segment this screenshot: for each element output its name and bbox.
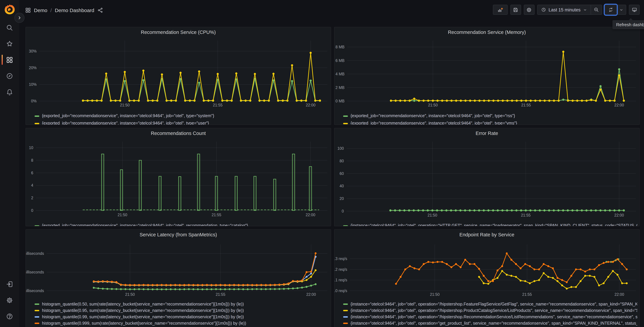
clock-icon	[541, 7, 546, 12]
data-point	[170, 288, 172, 290]
share-button[interactable]	[97, 7, 103, 13]
data-point	[626, 282, 628, 284]
x-axis-label: 21:50	[430, 292, 440, 296]
data-point	[156, 288, 158, 290]
legend-item[interactable]: {instance="otelcol:9464", job="otel", op…	[343, 222, 637, 226]
data-point	[455, 100, 457, 102]
x-axis-label: 21:50	[428, 213, 437, 218]
sidebar-item-search[interactable]	[0, 21, 19, 34]
data-point	[306, 286, 308, 288]
data-point	[478, 100, 480, 102]
data-point	[263, 100, 265, 102]
data-point	[556, 277, 558, 279]
data-point	[566, 288, 568, 290]
panel-cpu: Recommendation Service (CPU%)30%20%10%0%…	[26, 27, 331, 125]
legend-item[interactable]: {instance="otelcol:9464", job="otel", op…	[343, 301, 637, 307]
legend-item[interactable]: histogram_quantile(0.50, sum(rate(latenc…	[34, 301, 329, 307]
sidebar-item-explore[interactable]	[0, 69, 19, 82]
sidebar-item-help[interactable]	[0, 310, 19, 323]
data-point	[206, 284, 208, 286]
save-dashboard-button[interactable]	[510, 5, 521, 15]
data-point	[417, 209, 420, 212]
legend-item[interactable]: {exported_job="recommendationservice", i…	[343, 112, 637, 120]
y-axis-label: 8	[31, 158, 33, 162]
breadcrumb-separator: /	[50, 7, 52, 13]
data-point	[282, 100, 284, 102]
data-point	[238, 284, 240, 286]
refresh-interval-dropdown[interactable]	[617, 5, 626, 14]
legend-item[interactable]: {exported_job="recommendationservice", i…	[34, 222, 329, 226]
grafana-logo[interactable]	[4, 4, 16, 16]
y-axis-label: 0	[342, 209, 344, 213]
data-point	[422, 209, 424, 212]
legend-item[interactable]: histogram_quantile(0.95, sum(rate(latenc…	[34, 307, 329, 314]
y-axis-label: 2 MB	[336, 86, 344, 90]
sidebar-item-favorites[interactable]	[0, 37, 19, 50]
chart-canvas[interactable]: 10080604020021:5021:5522:00	[334, 128, 640, 226]
data-point	[609, 209, 611, 212]
panel-memory: Recommendation Service (Memory)8 MB6 MB4…	[334, 27, 640, 125]
data-point	[557, 209, 560, 212]
data-point	[138, 100, 140, 102]
legend-item[interactable]: histogram_quantile(0.99, sum(rate(latenc…	[34, 314, 329, 320]
chart-canvas[interactable]: 8 MB6 MB4 MB2 MB0 MB21:5021:5522:00	[334, 27, 640, 125]
breadcrumb: Demo / Demo Dashboard	[25, 5, 103, 15]
data-point	[418, 268, 420, 270]
data-point	[469, 100, 471, 102]
data-point	[501, 209, 504, 212]
data-point	[538, 279, 540, 281]
y-axis-label: 0.1 req/s	[334, 278, 347, 282]
sidebar-item-configuration[interactable]	[0, 294, 19, 307]
data-point	[97, 288, 100, 290]
data-point	[197, 288, 199, 290]
chart-canvas[interactable]: 108642021:5021:5522:00	[26, 128, 331, 226]
legend-item[interactable]: {exported_job="recommendationservice", i…	[343, 120, 637, 125]
legend-item[interactable]: histogram_quantile(0.999, sum(rate(laten…	[34, 320, 329, 326]
data-point	[538, 268, 540, 270]
data-point	[142, 70, 144, 72]
star-icon	[6, 40, 13, 47]
legend-item[interactable]: {instance="otelcol:9464", job="otel", op…	[343, 307, 637, 314]
data-point	[497, 100, 499, 102]
data-point	[296, 280, 298, 282]
breadcrumb-folder[interactable]: Demo	[34, 7, 47, 13]
data-point	[600, 88, 602, 91]
data-point	[432, 100, 434, 102]
zoom-out-button[interactable]	[591, 5, 602, 14]
data-point	[152, 100, 154, 102]
data-point	[530, 100, 532, 102]
data-point	[603, 282, 605, 284]
sidebar-item-alerting[interactable]	[0, 85, 19, 99]
save-icon	[513, 7, 518, 12]
sidebar-expand-button[interactable]	[14, 13, 24, 23]
data-point	[134, 284, 136, 286]
data-point	[249, 100, 251, 102]
data-point	[570, 286, 572, 288]
refresh-dashboard-button[interactable]	[605, 5, 616, 14]
chart-canvas[interactable]: 30%20%10%0%21:5021:5522:00	[26, 27, 331, 125]
data-point	[286, 100, 288, 102]
legend-item[interactable]: {exported_job="recommendationservice", i…	[34, 112, 329, 120]
data-point	[598, 264, 600, 266]
legend-item[interactable]: {exported_job="recommendationservice", i…	[34, 120, 329, 125]
legend-item[interactable]: {instance="otelcol:9464", job="otel", op…	[343, 320, 637, 326]
data-point	[478, 276, 480, 278]
data-point	[501, 265, 503, 267]
data-point	[100, 100, 102, 102]
data-point	[306, 279, 308, 281]
time-range-picker[interactable]: Last 15 minutes	[538, 5, 590, 14]
sidebar-item-dashboards[interactable]	[0, 53, 19, 66]
data-point	[238, 288, 240, 290]
legend-item[interactable]: {instance="otelcol:9464", job="otel", op…	[343, 314, 637, 320]
kiosk-mode-button[interactable]	[629, 5, 640, 15]
sidebar-item-sign-in[interactable]	[0, 277, 19, 291]
data-point	[179, 284, 181, 286]
legend-swatch	[343, 316, 348, 318]
data-point	[180, 72, 182, 74]
data-point	[102, 288, 104, 290]
add-panel-button[interactable]	[493, 5, 508, 15]
dashboard-settings-button[interactable]	[524, 5, 534, 15]
breadcrumb-dashboard-title[interactable]: Demo Dashboard	[55, 7, 94, 13]
data-point	[604, 100, 606, 102]
legend: {exported_job="recommendationservice", i…	[343, 112, 637, 125]
